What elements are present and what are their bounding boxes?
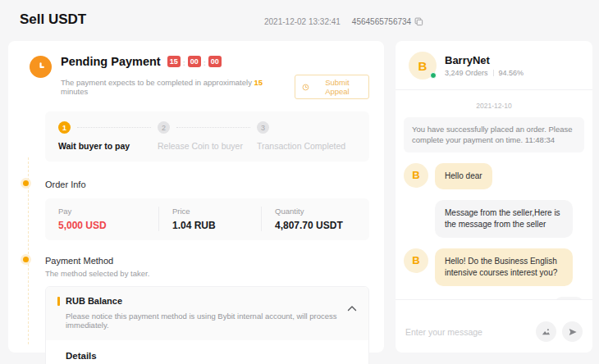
order-stepper: 1 Wait buyer to pay 2 Release Coin to bu… [45, 111, 369, 162]
pending-subtitle: The payment expects to be completed in a… [61, 78, 288, 96]
appeal-clock-icon [302, 84, 309, 91]
payment-method-summary: RUB Balance Please notice this payment m… [46, 287, 368, 340]
seller-rating: 94.56% [499, 69, 524, 77]
step-label: Wait buyer to pay [58, 141, 158, 151]
order-id: 4564565756734 [352, 17, 411, 26]
chat-panel: B BarryNet 3,249 Orders 94.56% 2021-12-1… [396, 41, 592, 353]
step-release-coin: 2 Release Coin to buyer [158, 121, 257, 151]
step-transaction-completed: 3 Transaction Completed [257, 121, 356, 151]
seller-stats: 3,249 Orders 94.56% [445, 69, 524, 77]
message-bubble: Hello! Do the Business English intensive… [435, 248, 573, 286]
payment-method-section: Payment Method The method selected by ta… [8, 256, 384, 364]
chat-message: B Hello! Do the Business English intensi… [404, 248, 584, 286]
send-message-button[interactable] [562, 321, 583, 342]
order-timestamp: 2021-12-02 13:32:41 [264, 17, 341, 26]
message-bubble: Hello dear [435, 163, 492, 189]
order-info-section: Order Info Pay 5,000 USD Price 1.04 RUB … [8, 180, 384, 240]
quantity-value: 4,807.70 USDT [275, 220, 343, 231]
system-message: You have successfully placed an order. P… [404, 117, 584, 152]
payment-method-name: RUB Balance [66, 296, 122, 306]
chat-date: 2021-12-10 [404, 102, 584, 110]
seller-name[interactable]: BarryNet [445, 54, 524, 66]
chevron-up-icon[interactable] [347, 305, 357, 312]
chat-message: B Hello dear [404, 163, 584, 189]
top-header: Sell USDT 2021-12-02 13:32:41 4564565756… [0, 0, 599, 39]
pending-payment-header: Pending Payment 15 00 00 The payment exp… [8, 41, 384, 99]
chat-body: 2021-12-10 You have successfully placed … [396, 90, 592, 299]
image-icon [541, 326, 551, 337]
countdown-timer: 15 00 00 [167, 54, 222, 69]
online-status-dot [430, 72, 437, 79]
chat-input-bar [396, 299, 592, 353]
payment-method-card: RUB Balance Please notice this payment m… [45, 286, 369, 364]
message-bubble: Message from the seller,Here is the mess… [435, 200, 573, 238]
attach-image-button[interactable] [536, 321, 556, 342]
payment-method-title: Payment Method [45, 256, 369, 266]
seller-avatar: B [409, 52, 437, 80]
countdown-minutes: 00 [188, 56, 201, 67]
page-title: Sell USDT [20, 11, 86, 28]
chat-message: Message from the seller,Here is the mess… [404, 200, 584, 238]
copy-icon[interactable] [414, 17, 423, 26]
countdown-seconds: 00 [208, 56, 222, 67]
order-info-quantity: Quantity 4,807.70 USDT [261, 207, 356, 231]
payment-method-details: Details Source Account Funding Account [46, 340, 368, 364]
countdown-hours: 15 [167, 56, 181, 67]
order-info-price: Price 1.04 RUB [158, 207, 261, 231]
step-label: Release Coin to buyer [158, 141, 257, 151]
order-detail-card: Pending Payment 15 00 00 The payment exp… [8, 41, 384, 353]
order-info-box: Pay 5,000 USD Price 1.04 RUB Quantity 4,… [45, 198, 369, 240]
order-info-pay: Pay 5,000 USD [45, 207, 158, 231]
chat-header: B BarryNet 3,249 Orders 94.56% [396, 41, 592, 90]
details-title: Details [66, 351, 357, 361]
payment-method-subtitle: The method selected by taker. [45, 269, 369, 278]
step-label: Transaction Completed [257, 141, 356, 151]
seller-orders: 3,249 Orders [445, 69, 488, 77]
accent-bar [57, 297, 60, 306]
pay-value: 5,000 USD [58, 220, 145, 231]
price-value: 1.04 RUB [172, 220, 248, 231]
chat-message-input[interactable] [405, 327, 530, 337]
seller-avatar: B [404, 163, 428, 188]
payment-method-note: Please notice this payment method is usi… [57, 312, 357, 330]
pending-title: Pending Payment [61, 55, 161, 68]
send-icon [568, 327, 578, 337]
step-wait-buyer: 1 Wait buyer to pay [58, 121, 158, 151]
header-meta: 2021-12-02 13:32:41 4564565756734 [264, 17, 423, 26]
pending-clock-icon [30, 56, 52, 78]
submit-appeal-button[interactable]: Submit Appeal [295, 75, 369, 99]
seller-avatar: B [404, 248, 428, 273]
order-info-title: Order Info [45, 180, 369, 189]
